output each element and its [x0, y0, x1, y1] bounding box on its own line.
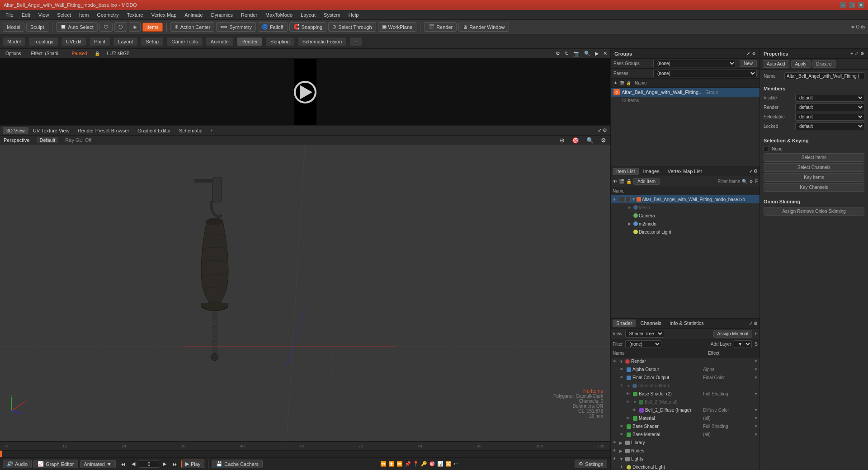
menu-view[interactable]: View: [35, 11, 53, 19]
menu-maxtomodo[interactable]: MaxToModo: [262, 11, 296, 19]
menu-file[interactable]: File: [2, 11, 17, 19]
shader-row-alpha[interactable]: 👁 Alpha Output Alpha ▼: [611, 366, 760, 374]
lights-eye-icon[interactable]: 👁: [613, 457, 618, 461]
options-btn[interactable]: Options: [3, 51, 24, 56]
item-list-tab[interactable]: Item List: [613, 168, 639, 175]
menu-item[interactable]: Item: [75, 11, 92, 19]
shader-row-final[interactable]: 👁 Final Color Output Final Color ▼: [611, 374, 760, 382]
layout-tab-scripting[interactable]: Scripting: [266, 38, 294, 46]
apply-button[interactable]: Apply: [791, 60, 811, 68]
final-dropdown[interactable]: ▼: [754, 376, 758, 380]
preview-more-icon[interactable]: ▶: [595, 51, 599, 56]
bm-dropdown[interactable]: ▼: [754, 432, 758, 437]
groups-lock-icon[interactable]: 🔒: [626, 81, 631, 85]
render-window-button[interactable]: 🖥 Render Window: [458, 23, 509, 32]
next-frame-button[interactable]: ▶: [160, 460, 169, 468]
item-expand2[interactable]: ▶: [628, 205, 632, 210]
auto-add-button[interactable]: Auto Add: [763, 60, 789, 68]
menu-render[interactable]: Render: [237, 11, 261, 19]
tab-schematic[interactable]: Schematic: [175, 127, 206, 134]
add-layer-select[interactable]: ▼: [734, 340, 752, 348]
layout-tab-paint[interactable]: Paint: [90, 38, 110, 46]
layout-tab-render[interactable]: Render: [237, 38, 262, 46]
shader-row-baseshader2[interactable]: 👁 Base Shader (2) Full Shading ▼: [611, 390, 760, 398]
menu-select[interactable]: Select: [53, 11, 75, 19]
item-visibility-icon[interactable]: 👁: [613, 198, 616, 202]
layout-tab-schematic[interactable]: Schematic Fusion: [298, 38, 346, 46]
bs-dropdown[interactable]: ▼: [754, 424, 758, 428]
select-items-button[interactable]: Select Items: [764, 153, 864, 162]
shield3-btn[interactable]: ◈: [129, 22, 141, 32]
passes-select[interactable]: (none): [653, 70, 757, 77]
timeline-ruler[interactable]: 0 12 24 36 48 60 72 84 96 108 120: [0, 442, 610, 451]
name-value[interactable]: Altar_Bell_Angel_with_Wall_Fitting (: [784, 72, 864, 80]
shader-row-material[interactable]: 👁 Material (all) ▼: [611, 414, 760, 423]
prev-start-button[interactable]: ⏮: [118, 461, 128, 468]
layout-tab-add[interactable]: +: [350, 38, 362, 46]
groups-settings-icon[interactable]: ⚙: [752, 51, 756, 56]
item-lock-toggle[interactable]: [625, 197, 631, 202]
visible-select[interactable]: default: [795, 94, 864, 102]
shader-row-bell2[interactable]: 👁 ▼ Bell_2 (Material): [611, 398, 760, 406]
layout-tab-setup[interactable]: Setup: [141, 38, 163, 46]
shader-row-dirlight[interactable]: 👁 Directional Light: [611, 463, 760, 470]
item-list-settings-icon[interactable]: ⚙: [754, 169, 758, 174]
menu-edit[interactable]: Edit: [18, 11, 34, 19]
shader-row-nodes[interactable]: 👁 ▶ Nodes: [611, 447, 760, 455]
viewport-camera-icon[interactable]: 🎯: [572, 137, 579, 144]
item-render-icon[interactable]: 🎬: [619, 179, 624, 184]
transport-icon8[interactable]: 📊: [437, 461, 443, 467]
next-end-button[interactable]: ⏭: [170, 461, 180, 468]
snapping-button[interactable]: 🧲 Snapping: [289, 22, 327, 32]
timeline-track[interactable]: [0, 451, 610, 457]
bell2-eye-icon[interactable]: 👁: [626, 400, 632, 404]
vertex-map-tab[interactable]: Vertex Map List: [664, 168, 706, 175]
transport-icon10[interactable]: ↩: [453, 461, 458, 467]
perspective-mode[interactable]: Perspective: [4, 137, 29, 143]
transport-icon3[interactable]: ⏩: [396, 461, 403, 467]
item-row-altar[interactable]: 👁 ▼ Altar_Bell_Angel_with_Wall_Fitting_m…: [611, 195, 760, 203]
shader-row-lights[interactable]: 👁 ▼ Lights: [611, 455, 760, 463]
close-button[interactable]: ✕: [858, 2, 864, 8]
bell2-expand[interactable]: ▼: [633, 400, 637, 404]
tab-render-preset[interactable]: Render Preset Browser: [74, 127, 133, 134]
transport-icon9[interactable]: 🔀: [445, 461, 452, 467]
menu-animate[interactable]: Animate: [181, 11, 206, 19]
layout-tab-uvedit[interactable]: UVEdit: [61, 38, 86, 46]
viewport-settings-icon[interactable]: ⚙: [603, 127, 607, 133]
shield-icon-btn[interactable]: 🛡: [99, 23, 113, 32]
maximize-button[interactable]: □: [849, 2, 855, 8]
filter-settings-icon[interactable]: ⚙: [749, 179, 753, 184]
layout-tab-animate[interactable]: Animate: [206, 38, 233, 46]
tab-uv-texture[interactable]: UV Texture View: [29, 127, 73, 134]
item-expand-arrow[interactable]: ▼: [632, 197, 636, 202]
transport-icon7[interactable]: 🎯: [429, 461, 435, 467]
viewport-gear-icon[interactable]: ⚙: [601, 137, 606, 144]
mat-eye-icon[interactable]: 👁: [626, 416, 632, 420]
menu-help[interactable]: Help: [345, 11, 363, 19]
viewport-3d-canvas[interactable]: No Items Polygons : Catmull-Clark Channe…: [0, 145, 610, 441]
pass-groups-select[interactable]: (none): [653, 60, 736, 67]
workplane-button[interactable]: ▣ WorkPlane: [378, 22, 417, 32]
sculpt-button[interactable]: Sculpt: [26, 23, 48, 32]
preview-camera-icon[interactable]: 📷: [573, 51, 580, 56]
groups-expand-icon[interactable]: ⤢: [746, 51, 750, 56]
timeline-playhead[interactable]: [0, 451, 2, 457]
action-center-button[interactable]: ⊕ Action Center: [170, 22, 215, 32]
tab-add-viewport[interactable]: +: [207, 127, 217, 134]
transport-icon4[interactable]: 📌: [405, 461, 411, 467]
item-row-m2modo[interactable]: ▶ m2modo: [611, 220, 760, 228]
falloff-button[interactable]: 🌀 Falloff: [258, 22, 288, 32]
item-list-expand-icon[interactable]: ⤢: [749, 169, 753, 174]
transport-icon2[interactable]: ⏫: [388, 461, 395, 467]
nodes-expand[interactable]: ▶: [619, 449, 624, 453]
group-item-altar[interactable]: G Altar_Bell_Angel_with_Wall_Fitting... …: [611, 88, 760, 97]
viewport[interactable]: Perspective Default Ray GL: Off ⊕ 🎯 🔍 ⚙: [0, 136, 610, 442]
frame-input[interactable]: 0: [139, 461, 159, 468]
layout-tab-layout[interactable]: Layout: [113, 38, 137, 46]
props-expand-icon[interactable]: +: [850, 51, 853, 56]
viewport-expand-icon[interactable]: ⤢: [598, 127, 602, 133]
tab-3d-view[interactable]: 3D View: [3, 127, 28, 134]
props-settings-icon[interactable]: ⤢: [855, 51, 859, 56]
shader-row-baseshader[interactable]: 👁 Base Shader Full Shading ▼: [611, 423, 760, 431]
